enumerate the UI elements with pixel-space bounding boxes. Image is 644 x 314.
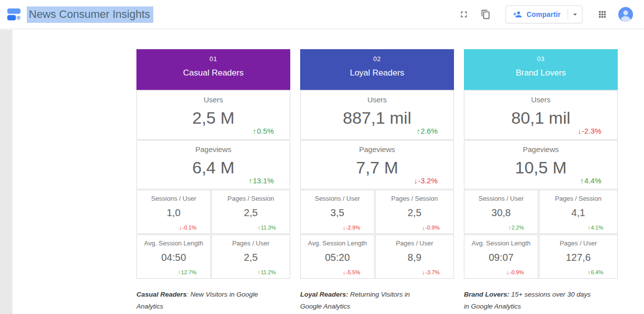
change-value: 4.1% [591, 225, 603, 231]
metric-change: -3.2% [414, 176, 438, 185]
change-value: -0.1% [182, 225, 196, 231]
metric-change: -2.9% [343, 225, 360, 231]
card-header-band[interactable]: 03 Brand Lovers [464, 49, 618, 90]
scorecard-avg-session-length[interactable]: Avg. Session Length 05:20 -5.5% [300, 235, 375, 279]
scorecard-pages-per-session[interactable]: Pages / Session 2,5 11.3% [211, 190, 290, 234]
trend-arrow-icon [178, 269, 181, 275]
card-index: 03 [464, 55, 618, 63]
apps-grid-icon [597, 9, 607, 19]
trend-arrow-icon [416, 127, 420, 135]
metric-value: 80,1 mil [464, 108, 617, 128]
footnote-term: Brand Lovers: [464, 291, 510, 298]
trend-arrow-icon [587, 225, 590, 231]
report-title[interactable]: News Consumer Insights [27, 6, 153, 23]
copy-icon [481, 9, 491, 19]
card-brand-lovers[interactable]: 03 Brand Lovers Users 80,1 mil -2.3% Pag… [464, 49, 618, 279]
trend-arrow-icon [508, 225, 511, 231]
scorecard-pageviews[interactable]: Pageviews 6,4 M 13.1% [136, 140, 290, 189]
change-value: -2.9% [346, 225, 360, 231]
card-index: 02 [300, 55, 454, 63]
share-button-main[interactable]: Compartir [506, 6, 568, 23]
share-button[interactable]: Compartir [506, 5, 582, 23]
metric-value: 2,5 [376, 207, 453, 219]
metric-label: Pageviews [301, 145, 453, 154]
metric-change: 4.1% [587, 225, 603, 231]
card-name: Casual Readers [136, 68, 290, 78]
trend-arrow-icon [343, 225, 346, 231]
scorecard-avg-session-length[interactable]: Avg. Session Length 04:50 12.7% [136, 235, 211, 279]
metric-value: 2,5 [212, 207, 290, 219]
header-actions: Compartir [458, 5, 638, 23]
card-header-band[interactable]: 02 Loyal Readers [300, 49, 454, 90]
change-value: -0.9% [510, 269, 524, 275]
metric-label: Pages / Session [376, 195, 453, 202]
metric-value: 10,5 M [464, 158, 617, 177]
copy-report-button[interactable] [480, 8, 492, 20]
scorecard-pageviews[interactable]: Pageviews 7,7 M -3.2% [300, 140, 454, 189]
metric-label: Users [137, 95, 290, 104]
scorecard-sessions-per-user[interactable]: Sessions / User 1,0 -0.1% [136, 190, 211, 234]
trend-arrow-icon [422, 269, 425, 275]
apps-grid-button[interactable] [596, 8, 608, 20]
footnote-term: Casual Readers [136, 291, 187, 298]
change-value: -5.5% [346, 269, 360, 275]
metric-value: 2,5 [212, 252, 290, 263]
trend-arrow-icon [343, 269, 346, 275]
metric-change: -5.5% [343, 269, 360, 275]
change-value: -0.9% [425, 225, 440, 231]
share-dropdown-toggle[interactable] [568, 6, 582, 23]
metric-change: -0.1% [179, 225, 196, 231]
metric-label: Avg. Session Length [137, 239, 210, 247]
metric-value: 04:50 [137, 252, 210, 263]
scorecard-pages-per-user[interactable]: Pages / User 2,5 11.2% [211, 235, 290, 279]
scorecard-pages-per-user[interactable]: Pages / User 8,9 -3.7% [375, 235, 454, 279]
metric-label: Avg. Session Length [301, 239, 374, 247]
metric-value: 05:20 [301, 252, 374, 263]
scorecard-users[interactable]: Users 887,1 mil 2.6% [300, 90, 454, 140]
metric-label: Pageviews [137, 145, 290, 154]
metric-value: 8,9 [376, 252, 453, 263]
scorecard-users[interactable]: Users 2,5 M 0.5% [136, 90, 290, 140]
metric-label: Users [301, 95, 453, 104]
metric-value: 3,5 [301, 207, 374, 219]
metric-label: Avg. Session Length [464, 239, 538, 247]
metric-label: Users [464, 95, 617, 104]
metric-change: 2.6% [416, 127, 438, 135]
metric-change: -3.7% [422, 269, 440, 275]
trend-arrow-icon [422, 225, 425, 231]
scorecard-users[interactable]: Users 80,1 mil -2.3% [464, 90, 618, 140]
caret-down-icon [571, 10, 580, 19]
data-studio-logo-icon[interactable] [6, 6, 22, 22]
scorecard-pageviews[interactable]: Pageviews 10,5 M 4.4% [464, 140, 618, 189]
scorecard-avg-session-length[interactable]: Avg. Session Length 09:07 -0.9% [464, 235, 538, 279]
trend-arrow-icon [179, 225, 182, 231]
trend-arrow-icon [258, 269, 260, 275]
report-page: News Consumer Insights Compartir [0, 0, 644, 314]
fullscreen-button[interactable] [458, 8, 470, 20]
person-add-icon [513, 10, 522, 19]
metric-label: Pageviews [464, 145, 617, 154]
metric-change: -0.9% [422, 225, 440, 231]
fullscreen-icon [459, 9, 469, 19]
user-avatar[interactable] [618, 7, 633, 22]
scorecard-sessions-per-user[interactable]: Sessions / User 3,5 -2.9% [300, 190, 375, 234]
metric-value: 2,5 M [137, 108, 290, 128]
change-value: 2.2% [512, 225, 524, 231]
scorecard-sessions-per-user[interactable]: Sessions / User 30,8 2.2% [464, 190, 538, 234]
metric-change: 12.7% [178, 269, 196, 275]
scorecard-pages-per-user[interactable]: Pages / User 127,6 6.4% [539, 235, 618, 279]
change-value: 13.1% [253, 176, 274, 185]
card-footnote: Brand Lovers: 15+ sessions over 30 days … [464, 289, 592, 313]
card-casual-readers[interactable]: 01 Casual Readers Users 2,5 M 0.5% Pagev… [136, 49, 290, 279]
card-header-band[interactable]: 01 Casual Readers [136, 49, 290, 90]
scorecard-pages-per-session[interactable]: Pages / Session 2,5 -0.9% [375, 190, 454, 234]
card-index: 01 [136, 55, 290, 63]
metric-change: 4.4% [580, 176, 601, 185]
card-loyal-readers[interactable]: 02 Loyal Readers Users 887,1 mil 2.6% Pa… [300, 49, 454, 279]
metric-label: Pages / User [539, 239, 617, 247]
metric-value: 7,7 M [301, 158, 453, 177]
change-value: -3.2% [418, 176, 438, 185]
metric-value: 09:07 [464, 252, 538, 263]
scorecard-pages-per-session[interactable]: Pages / Session 4,1 4.1% [539, 190, 618, 234]
card-name: Brand Lovers [464, 68, 618, 78]
